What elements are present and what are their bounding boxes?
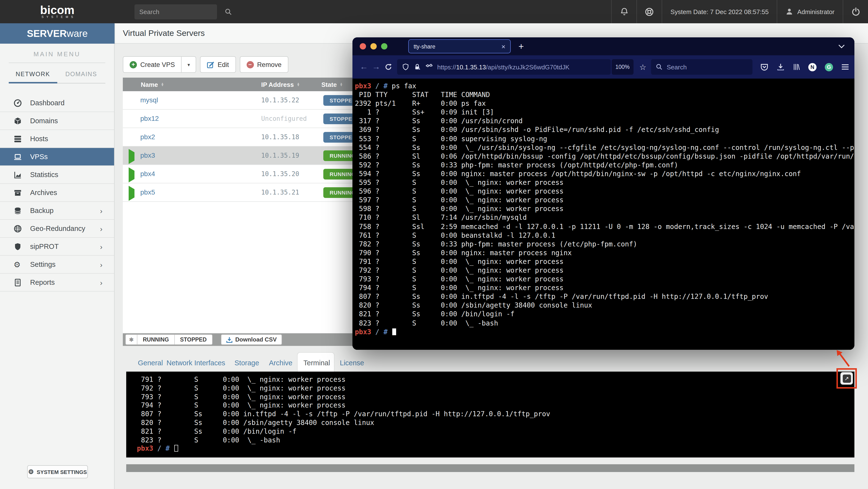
browser-terminal[interactable]: pbx3 / # ps fax PID TTY STAT TIME COMMAN… (352, 78, 855, 350)
global-search[interactable] (134, 4, 217, 20)
vps-name-link[interactable]: pbx2 (140, 133, 155, 141)
account-n-badge[interactable]: N (808, 63, 816, 71)
download-icon[interactable] (777, 63, 784, 71)
minus-icon: − (246, 61, 254, 68)
chevron-right-icon: › (100, 260, 102, 268)
vps-name-link[interactable]: pbx5 (140, 188, 155, 196)
product-banner: SERVERware (0, 23, 115, 44)
terminal-cursor (392, 328, 396, 335)
database-icon (13, 206, 22, 215)
url-bar[interactable]: https://10.1.35.13/api/stty/kzuJk2S6wdG7… (397, 59, 611, 75)
chevron-right-icon: › (100, 242, 102, 251)
laptop-icon (13, 153, 22, 161)
system-settings-button[interactable]: ⚙ SYSTEM SETTINGS (27, 465, 88, 478)
minimize-window-button[interactable] (370, 43, 377, 50)
sidebar-item-geo-redundancy[interactable]: Geo-Redundancy › (0, 220, 114, 238)
filter-stopped-button[interactable]: STOPPED (175, 335, 212, 345)
user-menu[interactable]: Administrator (777, 0, 843, 23)
reload-icon[interactable] (384, 63, 392, 71)
caret-down-icon: ▾ (188, 62, 190, 67)
sidebar-item-label: Geo-Redundancy (30, 225, 85, 232)
horizontal-scrollbar[interactable] (126, 464, 855, 472)
remove-button[interactable]: − Remove (240, 56, 288, 73)
pocket-icon[interactable] (760, 63, 769, 71)
account-g-badge[interactable]: G (825, 63, 833, 71)
close-tab-icon[interactable]: × (501, 42, 505, 50)
create-vps-dropdown[interactable]: ▾ (182, 56, 196, 73)
filter-all-button[interactable]: ✱ (126, 335, 137, 345)
tab-storage[interactable]: Storage (235, 359, 259, 367)
download-csv-button[interactable]: Download CSV (221, 334, 282, 345)
sidebar-item-archives[interactable]: Archives (0, 184, 114, 202)
maximize-window-button[interactable] (381, 43, 388, 50)
notifications-button[interactable] (611, 0, 637, 23)
sidebar-item-label: VPSs (30, 153, 48, 161)
new-tab-button[interactable]: + (519, 41, 524, 52)
sidebar-item-label: Hosts (30, 135, 48, 143)
terminal-output: 791 ? S 0:00 \_ nginx: worker process 79… (137, 376, 855, 445)
column-header-state[interactable]: State▲▼ (321, 77, 343, 91)
system-date-text: System Date: 7 Dec 2022 08:57:55 (671, 8, 769, 15)
bookmark-star-icon[interactable]: ☆ (639, 62, 646, 71)
tab-title: tty-share (413, 43, 501, 49)
tab-network[interactable]: NETWORK (9, 67, 57, 82)
vps-name-link[interactable]: pbx3 (140, 151, 155, 159)
bicom-logo: bicom SYSTEMS (0, 0, 115, 23)
search-input[interactable] (139, 8, 225, 15)
sidebar-item-hosts[interactable]: Hosts (0, 130, 114, 148)
sidebar-item-dashboard[interactable]: Dashboard (0, 94, 114, 112)
library-icon[interactable] (793, 63, 800, 71)
sidebar-item-vpss[interactable]: VPSs (0, 148, 114, 166)
vps-name-link[interactable]: pbx4 (140, 170, 155, 177)
sidebar-item-settings[interactable]: ⚙ Settings › (0, 256, 114, 273)
sidebar: MAIN MENU NETWORK DOMAINS Dashboard Doma… (0, 44, 115, 489)
terminal-prompt: pbx3 / # (355, 327, 855, 336)
tab-domains[interactable]: DOMAINS (57, 67, 105, 82)
sidebar-item-sipprot[interactable]: sipPROT › (0, 238, 114, 256)
back-icon[interactable]: ← (358, 62, 370, 72)
tab-archive[interactable]: Archive (269, 359, 292, 367)
sidebar-item-label: Dashboard (30, 99, 65, 107)
menu-header: MAIN MENU (0, 51, 114, 58)
terminal-command-line: pbx3 / # ps fax (355, 82, 855, 90)
vps-ip: 10.1.35.21 (261, 189, 299, 196)
sidebar-item-reports[interactable]: Reports › (0, 273, 114, 292)
servers-icon (13, 135, 22, 143)
column-header-name[interactable]: Name▲▼ (141, 77, 164, 91)
vps-name-link[interactable]: pbx12 (140, 115, 159, 122)
chevron-right-icon: › (100, 206, 102, 215)
tab-network-interfaces[interactable]: Network Interfaces (166, 359, 225, 367)
create-vps-button[interactable]: + Create VPS (123, 56, 182, 73)
vps-name-link[interactable]: mysql (140, 96, 158, 104)
chevron-down-icon[interactable] (838, 44, 845, 48)
filter-running-button[interactable]: RUNNING (137, 335, 175, 345)
sidebar-item-label: Settings (30, 261, 56, 268)
help-button[interactable] (637, 0, 662, 23)
divider (9, 63, 105, 63)
tab-general[interactable]: General (138, 359, 163, 367)
embedded-terminal[interactable]: 791 ? S 0:00 \_ nginx: worker process 79… (126, 371, 855, 457)
forward-icon[interactable]: → (370, 62, 382, 72)
bell-icon (620, 7, 628, 16)
sidebar-item-backup[interactable]: Backup › (0, 202, 114, 220)
tab-terminal[interactable]: Terminal (303, 359, 330, 367)
edit-button[interactable]: Edit (200, 56, 236, 73)
zoom-level[interactable]: 100% (612, 59, 633, 75)
power-icon (851, 7, 860, 16)
product-name: SERVER (27, 28, 67, 39)
browser-tab[interactable]: tty-share × (408, 39, 511, 53)
sidebar-item-statistics[interactable]: Statistics (0, 166, 114, 184)
menu-icon[interactable] (841, 64, 849, 70)
browser-search-bar[interactable]: Search (651, 59, 752, 75)
sort-icon: ▲▼ (161, 83, 164, 86)
sidebar-item-domains[interactable]: Domains (0, 112, 114, 130)
browser-window[interactable]: tty-share × + ← → https://10.1.35.13/api… (352, 37, 855, 350)
gear-icon: ⚙ (28, 468, 34, 476)
sidebar-item-label: sipPROT (30, 242, 59, 250)
tab-license[interactable]: License (340, 359, 364, 367)
logout-button[interactable] (843, 0, 868, 23)
column-header-ip[interactable]: IP Address▲▼ (261, 77, 300, 91)
window-controls (360, 43, 388, 50)
search-placeholder: Search (667, 63, 687, 71)
close-window-button[interactable] (360, 43, 366, 50)
